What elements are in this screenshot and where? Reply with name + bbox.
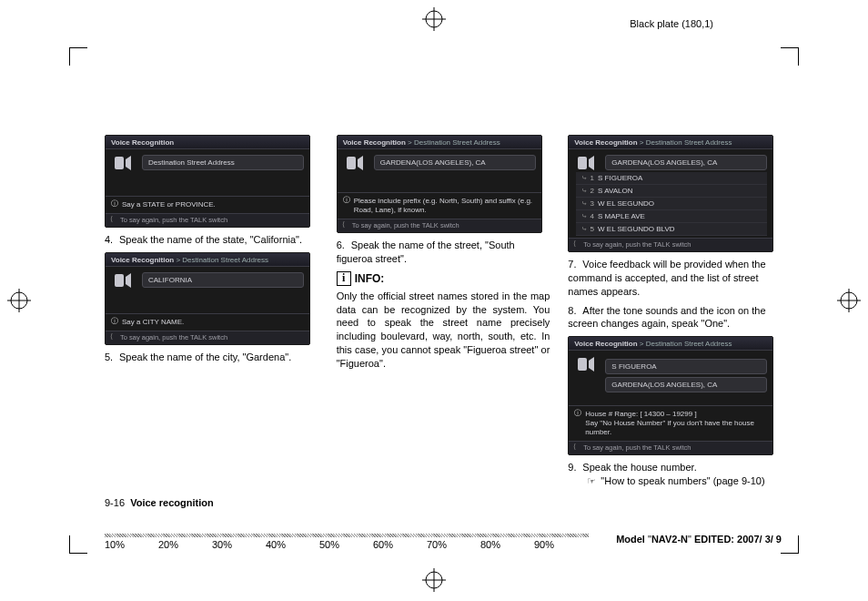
page-footer: 9-16 Voice recognition bbox=[105, 497, 782, 508]
info-icon: i bbox=[337, 271, 351, 286]
screen-field: GARDENA(LOS ANGELES), CA bbox=[605, 155, 767, 170]
screen-title: Voice Recognition > Destination Street A… bbox=[569, 136, 772, 149]
column-1: Voice Recognition Destination Street Add… bbox=[105, 135, 318, 494]
voice-icon bbox=[576, 154, 596, 174]
screen-title: Voice Recognition bbox=[106, 136, 309, 149]
percent-label: 30% bbox=[212, 539, 232, 550]
percent-label: 40% bbox=[266, 539, 286, 550]
screen-instruction: Say a CITY NAME. bbox=[106, 313, 309, 331]
screen-title: Voice Recognition > Destination Street A… bbox=[338, 136, 541, 149]
column-2: Voice Recognition > Destination Street A… bbox=[337, 135, 550, 494]
list-item: ⤷ 2S AVALON bbox=[576, 185, 767, 198]
voice-icon bbox=[113, 271, 133, 291]
svg-rect-16 bbox=[578, 358, 587, 371]
crop-mark bbox=[781, 535, 799, 554]
percent-label: 10% bbox=[105, 539, 125, 550]
black-plate-label: Black plate (180,1) bbox=[630, 18, 713, 29]
pointer-icon: ☞ bbox=[582, 474, 601, 488]
crop-mark bbox=[781, 47, 799, 66]
screen-footer: To say again, push the TALK switch bbox=[106, 331, 309, 344]
svg-rect-12 bbox=[115, 157, 124, 169]
list-item: ⤷ 3W EL SEGUNDO bbox=[576, 198, 767, 210]
screen-list: ⤷ 1S FIGUEROA⤷ 2S AVALON⤷ 3W EL SEGUNDO⤷… bbox=[576, 172, 767, 236]
nav-screen-state-prompt: Voice Recognition Destination Street Add… bbox=[105, 135, 310, 228]
crop-mark bbox=[69, 535, 87, 554]
svg-rect-13 bbox=[115, 274, 124, 287]
screen-field: S FIGUEROA bbox=[605, 359, 767, 374]
screen-title: Voice Recognition > Destination Street A… bbox=[106, 253, 309, 267]
screen-field: CALIFORNIA bbox=[142, 272, 304, 288]
step-6: 6.Speak the name of the street, "South f… bbox=[337, 239, 550, 266]
svg-rect-14 bbox=[347, 157, 356, 169]
voice-icon bbox=[345, 154, 365, 174]
screen-field: GARDENA(LOS ANGELES), CA bbox=[374, 155, 536, 170]
registration-mark bbox=[837, 289, 861, 312]
screen-field: Destination Street Address bbox=[142, 155, 304, 170]
percent-scale: 10%20%30%40%50%60%70%80%90% bbox=[105, 534, 782, 548]
screen-footer: To say again, push the TALK switch bbox=[569, 441, 772, 454]
registration-mark bbox=[422, 568, 446, 592]
svg-rect-15 bbox=[578, 157, 587, 169]
crop-mark bbox=[69, 47, 87, 66]
step-4: 4.Speak the name of the state, "Californ… bbox=[105, 233, 318, 247]
screen-footer: To say again, push the TALK switch bbox=[338, 219, 541, 232]
cross-reference: ☞"How to speak numbers" (page 9-10) bbox=[568, 475, 764, 486]
screen-instruction: Say a STATE or PROVINCE. bbox=[106, 196, 309, 213]
list-item: ⤷ 5W EL SEGUNDO BLVD bbox=[576, 223, 767, 236]
percent-label: 80% bbox=[480, 539, 500, 550]
percent-label: 70% bbox=[427, 539, 447, 550]
column-3: Voice Recognition > Destination Street A… bbox=[568, 135, 782, 494]
percent-label: 50% bbox=[319, 539, 339, 550]
percent-label: 90% bbox=[534, 539, 554, 550]
screen-footer: To say again, push the TALK switch bbox=[569, 238, 772, 251]
nav-screen-city-prompt: Voice Recognition > Destination Street A… bbox=[105, 252, 310, 345]
registration-mark bbox=[7, 289, 31, 312]
percent-label: 20% bbox=[158, 539, 178, 550]
list-item: ⤷ 1S FIGUEROA bbox=[576, 172, 767, 185]
step-9: 9.Speak the house number. ☞"How to speak… bbox=[568, 461, 782, 488]
screen-field: GARDENA(LOS ANGELES), CA bbox=[605, 377, 767, 392]
info-paragraph: Only the official street names stored in… bbox=[337, 290, 550, 371]
nav-screen-street-prompt: Voice Recognition > Destination Street A… bbox=[337, 135, 542, 233]
percent-label: 60% bbox=[373, 539, 393, 550]
screen-title: Voice Recognition > Destination Street A… bbox=[569, 337, 772, 351]
screen-footer: To say again, push the TALK switch bbox=[106, 213, 309, 227]
step-7: 7.Voice feedback will be provided when t… bbox=[568, 258, 782, 299]
list-item: ⤷ 4S MAPLE AVE bbox=[576, 210, 767, 223]
info-heading: i INFO: bbox=[337, 271, 550, 286]
screen-instruction: Please include prefix (e.g. North, South… bbox=[338, 192, 541, 219]
nav-screen-street-list: Voice Recognition > Destination Street A… bbox=[568, 135, 773, 252]
registration-mark bbox=[422, 7, 446, 31]
voice-icon bbox=[576, 355, 596, 375]
voice-icon bbox=[113, 154, 133, 174]
page-content: Voice Recognition Destination Street Add… bbox=[105, 135, 782, 494]
step-8: 8.After the tone sounds and the icon on … bbox=[568, 304, 782, 331]
nav-screen-house-number: Voice Recognition > Destination Street A… bbox=[568, 336, 773, 455]
step-5: 5.Speak the name of the city, "Gardena". bbox=[105, 351, 318, 364]
screen-instruction: House # Range: [ 14300 – 19299 ] Say "No… bbox=[569, 405, 772, 441]
